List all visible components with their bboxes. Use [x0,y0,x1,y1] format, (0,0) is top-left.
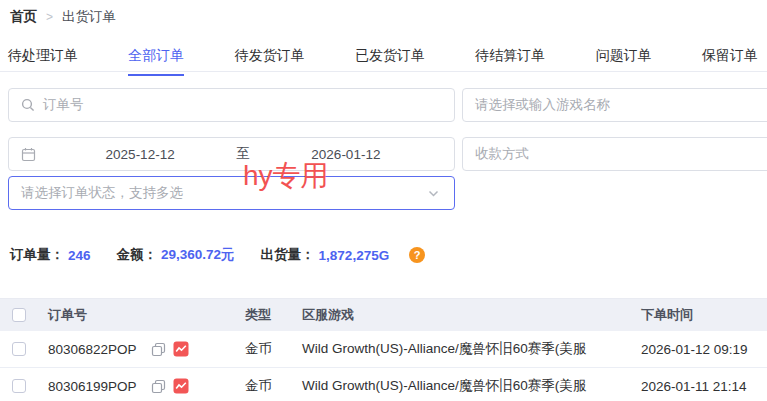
copy-icon[interactable] [151,342,166,357]
order-count-value: 246 [68,248,91,263]
breadcrumb-separator: > [46,10,53,24]
search-icon [21,98,35,112]
order-status-multiselect[interactable]: 请选择订单状态，支持多选 [8,176,455,210]
question-circle-icon[interactable]: ? [409,247,425,263]
order-type-value: 金币 [230,340,290,358]
row-checkbox[interactable] [12,342,26,356]
date-start-value: 2025-12-12 [44,147,236,162]
copy-icon[interactable] [151,379,166,394]
trend-chart-icon[interactable] [173,341,189,357]
shipment-value: 1,872,275G [319,248,390,263]
order-management-page: 首页 > 出货订单 待处理订单 全部订单 待发货订单 已发货订单 待结算订单 问… [0,0,767,401]
header-game: 区服游戏 [290,306,632,324]
breadcrumb-current: 出货订单 [62,8,116,26]
game-name-select[interactable]: 请选择或输入游戏名称 [462,88,767,122]
select-all-checkbox[interactable] [12,308,26,322]
order-type-value: 金币 [230,377,290,395]
header-order-no: 订单号 [37,306,230,324]
table-header-row: 订单号 类型 区服游戏 下单时间 [0,298,767,331]
payment-method-select[interactable]: 收款方式 [462,137,767,171]
order-game-value: Wild Growth(US)-Alliance/魔兽怀旧60赛季(美服 [290,377,632,395]
order-number-placeholder: 订单号 [43,96,84,114]
amount-value: 29,360.72元 [161,246,235,264]
breadcrumb: 首页 > 出货订单 [10,8,116,26]
header-type: 类型 [230,306,290,324]
shipment-label: 出货量： [261,246,315,264]
order-no-value: 80306822POP [48,342,137,357]
orders-table: 订单号 类型 区服游戏 下单时间 80306822POP [0,298,767,401]
order-status-placeholder: 请选择订单状态，支持多选 [21,184,183,202]
payment-method-placeholder: 收款方式 [475,145,529,163]
game-name-placeholder: 请选择或输入游戏名称 [475,96,610,114]
order-time-value: 2026-01-12 09:19 [632,342,767,357]
trend-chart-icon[interactable] [173,378,189,394]
header-time: 下单时间 [632,306,767,324]
order-game-value: Wild Growth(US)-Alliance/魔兽怀旧60赛季(美服 [290,340,632,358]
summary-stats: 订单量： 246 金额： 29,360.72元 出货量： 1,872,275G … [10,246,425,264]
order-time-value: 2026-01-11 21:14 [632,379,767,394]
row-checkbox[interactable] [12,379,26,393]
order-no-value: 80306199POP [48,379,137,394]
date-range-picker[interactable]: 2025-12-12 至 2026-01-12 [8,137,455,171]
table-row: 80306199POP 金 [0,368,767,401]
breadcrumb-home-link[interactable]: 首页 [10,8,37,26]
order-count-label: 订单量： [10,246,64,264]
table-row: 80306822POP 金 [0,331,767,368]
order-number-input[interactable]: 订单号 [8,88,455,122]
calendar-icon [21,147,36,162]
date-end-value: 2026-01-12 [250,147,442,162]
date-range-separator: 至 [236,145,250,163]
chevron-down-icon [427,187,440,203]
tabbar-divider [0,71,767,72]
amount-label: 金额： [117,246,158,264]
